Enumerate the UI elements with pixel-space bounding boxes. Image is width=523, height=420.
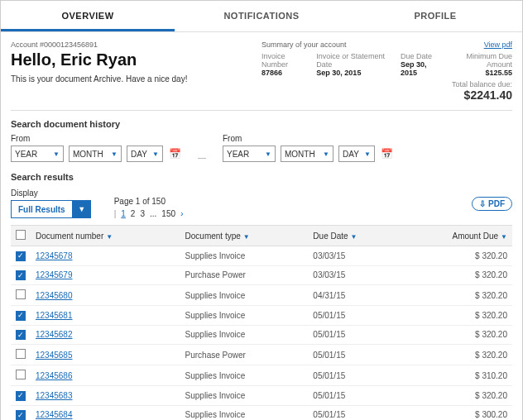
from-month-select[interactable]: MONTH▼ [69, 146, 122, 162]
doc-amt: $ 300.20 [401, 405, 512, 420]
row-checkbox[interactable] [16, 270, 26, 280]
doc-amt: $ 320.20 [401, 386, 512, 406]
page-1[interactable]: 1 [121, 209, 126, 218]
chevron-down-icon: ▼ [53, 150, 60, 158]
doc-due: 05/01/15 [308, 345, 401, 365]
doc-type: Supplies Invoice [180, 246, 309, 266]
doc-link[interactable]: 12345682 [36, 330, 73, 339]
account-number: #0000123456891 [40, 41, 98, 49]
chevron-down-icon: ▼ [323, 150, 329, 158]
results-title: Search results [11, 172, 512, 182]
doc-link[interactable]: 12345681 [36, 311, 73, 320]
statement-date: Sep 30, 2015 [316, 69, 391, 77]
page-subtitle: This is your document Archive. Have a ni… [11, 74, 262, 84]
to-year-select[interactable]: YEAR▼ [223, 146, 276, 162]
row-checkbox[interactable] [16, 289, 26, 299]
page-last[interactable]: 150 [161, 209, 175, 218]
doc-type: Supplies Invoice [180, 306, 309, 326]
doc-link[interactable]: 12345679 [36, 270, 73, 279]
min-due: $125.55 [449, 69, 512, 77]
from-year-select[interactable]: YEAR▼ [11, 146, 64, 162]
row-checkbox[interactable] [16, 251, 26, 261]
doc-amt: $ 320.20 [401, 285, 512, 306]
view-pdf-link[interactable]: View pdf [484, 41, 512, 49]
invoice-number-label: Invoice Number [262, 52, 306, 69]
select-all-checkbox[interactable] [16, 230, 26, 240]
doc-type: Purchase Power [180, 345, 309, 365]
chevron-down-icon: ▼ [265, 150, 271, 158]
sort-icon: ▼ [243, 233, 250, 241]
doc-type: Supplies Invoice [180, 365, 309, 386]
table-row: 12345683Supplies Invoice05/01/15$ 320.20 [11, 386, 512, 406]
row-checkbox[interactable] [16, 311, 26, 321]
row-checkbox[interactable] [16, 330, 26, 340]
sort-icon: ▼ [106, 233, 113, 241]
page-title: Hello, Eric Ryan [11, 50, 262, 69]
download-pdf-button[interactable]: ⇩ PDF [472, 197, 512, 211]
tab-profile[interactable]: PROFILE [348, 1, 522, 31]
doc-due: 03/03/15 [308, 265, 401, 285]
doc-link[interactable]: 12345680 [36, 291, 73, 300]
sort-icon: ▼ [351, 233, 357, 241]
from-day-select[interactable]: DAY▼ [127, 146, 163, 162]
row-checkbox[interactable] [16, 349, 26, 359]
search-title: Search document history [11, 119, 512, 129]
page-next[interactable]: › [180, 208, 184, 218]
doc-link[interactable]: 12345678 [36, 251, 73, 260]
table-row: 12345678Supplies Invoice03/03/15$ 320.20 [11, 246, 512, 266]
page-3[interactable]: 3 [140, 209, 145, 218]
download-icon: ⇩ [479, 199, 486, 208]
doc-due: 05/01/15 [308, 405, 401, 420]
doc-amt: $ 320.20 [401, 345, 512, 365]
doc-due: 05/01/15 [308, 325, 401, 345]
doc-type: Supplies Invoice [180, 386, 309, 406]
chevron-down-icon: ▼ [73, 200, 91, 218]
from-label-1: From [11, 134, 181, 143]
due-date-label: Due Date [401, 52, 439, 60]
doc-type: Supplies Invoice [180, 285, 309, 306]
doc-type: Supplies Invoice [180, 405, 309, 420]
row-checkbox[interactable] [16, 410, 26, 420]
col-amt[interactable]: Amount Due▼ [401, 226, 512, 246]
statement-date-label: Invoice or Statement Date [316, 52, 391, 69]
chevron-down-icon: ▼ [364, 150, 371, 158]
doc-amt: $ 310.20 [401, 365, 512, 386]
doc-type: Purchase Power [180, 265, 309, 285]
doc-link[interactable]: 12345684 [36, 410, 73, 419]
col-doc[interactable]: Document number▼ [31, 226, 180, 246]
display-select[interactable]: Full Results ▼ [11, 200, 91, 218]
invoice-number: 87866 [262, 69, 306, 77]
chevron-down-icon: ▼ [111, 150, 118, 158]
doc-amt: $ 320.20 [401, 306, 512, 326]
row-checkbox[interactable] [16, 370, 26, 379]
tab-notifications[interactable]: NOTIFICATIONS [175, 1, 348, 31]
tab-overview[interactable]: OVERVIEW [1, 1, 175, 31]
sort-icon: ▼ [501, 233, 507, 241]
row-checkbox[interactable] [16, 391, 26, 401]
doc-amt: $ 320.20 [401, 325, 512, 345]
display-label: Display [11, 189, 91, 198]
calendar-icon[interactable]: 📅 [380, 147, 393, 160]
table-row: 12345679Purchase Power03/03/15$ 320.20 [11, 265, 512, 285]
col-type[interactable]: Document type▼ [180, 226, 309, 246]
doc-due: 05/01/15 [308, 386, 401, 406]
page-2[interactable]: 2 [131, 209, 136, 218]
doc-link[interactable]: 12345685 [36, 351, 73, 360]
table-row: 12345682Supplies Invoice05/01/15$ 320.20 [11, 325, 512, 345]
col-due[interactable]: Due Date▼ [308, 226, 401, 246]
from-label-2: From [223, 134, 393, 143]
doc-amt: $ 320.20 [401, 265, 512, 285]
doc-type: Supplies Invoice [180, 325, 309, 345]
doc-link[interactable]: 12345683 [36, 391, 73, 400]
doc-due: 05/01/15 [308, 306, 401, 326]
min-due-label: Minimum Due Amount [449, 52, 512, 69]
page-dots: ... [150, 209, 156, 218]
table-row: 12345680Supplies Invoice04/31/15$ 320.20 [11, 285, 512, 306]
table-row: 12345681Supplies Invoice05/01/15$ 320.20 [11, 306, 512, 326]
page-label: Page 1 of 150 [114, 197, 184, 206]
pager: | 1 2 3 ... 150 › [114, 208, 184, 218]
to-month-select[interactable]: MONTH▼ [281, 146, 333, 162]
calendar-icon[interactable]: 📅 [168, 147, 181, 160]
to-day-select[interactable]: DAY▼ [338, 146, 375, 162]
doc-link[interactable]: 12345686 [36, 371, 73, 380]
